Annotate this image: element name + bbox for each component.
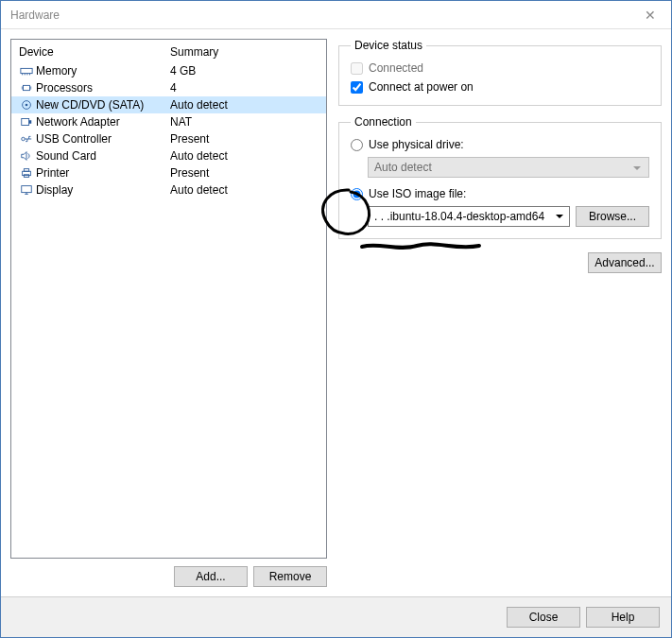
connection-group: Connection Use physical drive: Auto dete… bbox=[338, 115, 662, 239]
device-row[interactable]: DisplayAuto detect bbox=[11, 181, 326, 198]
close-button[interactable]: Close bbox=[507, 607, 580, 628]
device-name: Processors bbox=[34, 81, 170, 95]
device-row[interactable]: PrinterPresent bbox=[11, 164, 326, 181]
physical-drive-value: Auto detect bbox=[374, 161, 432, 174]
cd-icon bbox=[19, 99, 34, 111]
device-name: Network Adapter bbox=[34, 115, 170, 129]
content-area: Device Summary Memory4 GBProcessors4New … bbox=[1, 29, 671, 596]
header-device: Device bbox=[19, 45, 170, 59]
device-name: Display bbox=[34, 183, 170, 197]
use-iso-radio[interactable] bbox=[351, 188, 363, 200]
window-close-button[interactable]: ✕ bbox=[629, 1, 671, 29]
device-summary: Auto detect bbox=[170, 149, 319, 163]
device-status-group: Device status Connected Connect at power… bbox=[338, 39, 662, 106]
svg-rect-18 bbox=[22, 186, 32, 193]
svg-rect-0 bbox=[21, 68, 32, 73]
use-iso-text: Use ISO image file: bbox=[369, 187, 466, 200]
nic-icon bbox=[19, 116, 34, 128]
physical-drive-select: Auto detect bbox=[368, 157, 649, 178]
cpu-icon bbox=[19, 82, 34, 94]
memory-icon bbox=[19, 65, 34, 77]
device-name: New CD/DVD (SATA) bbox=[34, 98, 170, 112]
printer-icon bbox=[19, 167, 34, 179]
device-row[interactable]: Network AdapterNAT bbox=[11, 113, 326, 130]
device-name: Sound Card bbox=[34, 149, 170, 163]
device-list-header: Device Summary bbox=[11, 40, 326, 62]
device-list-buttons: Add... Remove bbox=[10, 566, 327, 587]
device-status-legend: Device status bbox=[351, 39, 426, 52]
connect-poweron-checkbox[interactable] bbox=[351, 81, 363, 94]
browse-button[interactable]: Browse... bbox=[576, 206, 649, 227]
iso-file-select[interactable]: . . .ibuntu-18.04.4-desktop-amd64 bbox=[368, 206, 570, 227]
device-list[interactable]: Device Summary Memory4 GBProcessors4New … bbox=[10, 39, 327, 559]
usb-icon bbox=[19, 133, 34, 145]
device-row[interactable]: New CD/DVD (SATA)Auto detect bbox=[11, 96, 326, 113]
advanced-row: Advanced... bbox=[338, 252, 662, 273]
device-summary: Present bbox=[170, 166, 319, 180]
display-icon bbox=[19, 184, 34, 196]
device-name: Memory bbox=[34, 64, 170, 78]
left-panel: Device Summary Memory4 GBProcessors4New … bbox=[10, 39, 327, 587]
svg-rect-16 bbox=[24, 169, 28, 172]
use-physical-radio[interactable] bbox=[351, 139, 363, 151]
device-summary: Auto detect bbox=[170, 183, 319, 197]
advanced-button[interactable]: Advanced... bbox=[588, 252, 662, 273]
window-titlebar: Hardware ✕ bbox=[1, 1, 671, 29]
svg-rect-5 bbox=[24, 85, 30, 90]
use-iso-radio-label[interactable]: Use ISO image file: bbox=[351, 187, 649, 200]
svg-point-14 bbox=[22, 137, 26, 141]
header-summary: Summary bbox=[170, 45, 218, 59]
help-button[interactable]: Help bbox=[586, 607, 660, 628]
use-physical-radio-label[interactable]: Use physical drive: bbox=[351, 138, 649, 151]
device-row[interactable]: USB ControllerPresent bbox=[11, 130, 326, 147]
window-title: Hardware bbox=[10, 9, 629, 22]
device-summary: 4 bbox=[170, 81, 319, 95]
use-physical-text: Use physical drive: bbox=[369, 138, 464, 151]
device-row[interactable]: Processors4 bbox=[11, 79, 326, 96]
iso-row: . . .ibuntu-18.04.4-desktop-amd64 Browse… bbox=[368, 206, 649, 227]
sound-icon bbox=[19, 150, 34, 162]
bottom-bar: Close Help bbox=[1, 596, 671, 637]
add-button[interactable]: Add... bbox=[174, 566, 248, 587]
device-name: Printer bbox=[34, 166, 170, 180]
iso-file-value: . . .ibuntu-18.04.4-desktop-amd64 bbox=[374, 210, 544, 223]
connected-checkbox bbox=[351, 62, 363, 75]
connect-poweron-text: Connect at power on bbox=[369, 80, 474, 94]
right-panel: Device status Connected Connect at power… bbox=[338, 39, 662, 587]
device-name: USB Controller bbox=[34, 132, 170, 146]
connected-text: Connected bbox=[369, 61, 423, 75]
device-row[interactable]: Memory4 GB bbox=[11, 62, 326, 79]
device-summary: NAT bbox=[170, 115, 319, 129]
remove-button[interactable]: Remove bbox=[253, 566, 327, 587]
svg-rect-12 bbox=[22, 119, 29, 126]
device-summary: Auto detect bbox=[170, 98, 319, 112]
connection-legend: Connection bbox=[351, 115, 416, 129]
svg-point-11 bbox=[26, 104, 28, 107]
device-summary: 4 GB bbox=[170, 64, 319, 78]
connected-checkbox-label: Connected bbox=[351, 61, 649, 75]
device-row[interactable]: Sound CardAuto detect bbox=[11, 147, 326, 164]
device-summary: Present bbox=[170, 132, 319, 146]
connect-poweron-checkbox-label[interactable]: Connect at power on bbox=[351, 80, 649, 94]
svg-rect-13 bbox=[29, 120, 32, 124]
